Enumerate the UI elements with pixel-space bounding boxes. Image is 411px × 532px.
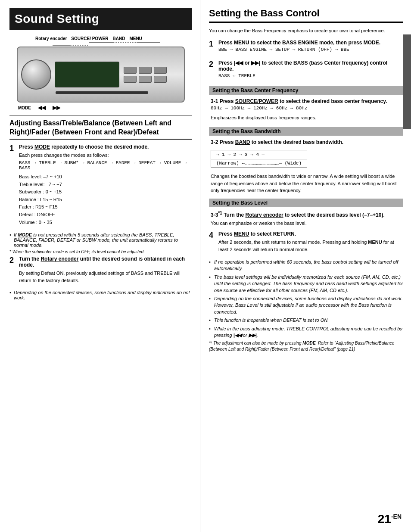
label-next: ▶▶ xyxy=(53,105,60,111)
right-step3c: 3-3*1 Turn the Rotary encoder to select … xyxy=(209,211,403,227)
left-step1-levels: Bass level: –7 ~ +10 Treble level: –7 ~ … xyxy=(19,173,192,226)
right-step3c-body: You can emphasize or weaken the bass lev… xyxy=(211,220,403,227)
right-step4: 4 Press MENU to select RETURN. After 2 s… xyxy=(209,231,403,255)
label-source: SOURCE/ POWER xyxy=(71,36,108,41)
right-step4-body: After 2 seconds, the unit returns to nor… xyxy=(218,239,403,253)
left-step1-body: Each press changes the modes as follows: xyxy=(19,152,192,159)
device-area: Rotary encoder SOURCE/ POWER BAND MENU xyxy=(9,36,192,111)
right-step1: 1 Press MENU to select the BASS ENGINE m… xyxy=(209,40,403,56)
right-step1-title: Press MENU to select the BASS ENGINE mod… xyxy=(218,40,403,46)
page-number: 21-EN xyxy=(378,512,402,526)
right-step2-seq: BASS ↔ TREBLE xyxy=(218,73,403,78)
label-prev: ◀◀ xyxy=(38,105,46,111)
right-step3a-body: Emphasizes the displayed bass frequency … xyxy=(211,114,403,121)
bullet-3: Depending on the connected devices, some… xyxy=(209,296,403,315)
right-step2: 2 Press |◀◀ or ▶▶| to select the BASS (b… xyxy=(209,60,403,82)
bandwidth-diagram: → 1 → 2 → 3 → 4 — (Narrow) ←………………………………… xyxy=(211,150,307,168)
right-step3a-title: 3-1 Press SOURCE/POWER to select the des… xyxy=(211,98,403,104)
subsec2-title: Setting the Bass Bandwidth xyxy=(209,127,403,136)
label-band: BAND xyxy=(112,36,125,41)
left-section-title: Adjusting Bass/Treble/Balance (Between L… xyxy=(9,119,192,140)
right-step2-title: Press |◀◀ or ▶▶| to select the BASS (bas… xyxy=(218,60,403,72)
side-tab xyxy=(403,34,411,129)
right-step3b-title: 3-2 Press BAND to select the desired bas… xyxy=(211,139,403,145)
left-title: Sound Setting xyxy=(9,8,192,30)
right-footnote: *¹ The adjustment can also be made by pr… xyxy=(209,340,403,352)
label-mode: MODE xyxy=(18,106,31,110)
right-step3b: 3-2 Press BAND to select the desired bas… xyxy=(209,139,403,194)
right-column: Setting the Bass Control You can change … xyxy=(200,0,411,532)
bullet-4: This function is inoperable when DEFEAT … xyxy=(209,317,403,324)
bullet-2: The bass level settings will be individu… xyxy=(209,274,403,294)
right-step4-title: Press MENU to select RETURN. xyxy=(218,231,403,237)
right-step3c-title: 3-3*1 Turn the Rotary encoder to select … xyxy=(211,211,403,218)
left-column: Sound Setting Rotary encoder SOURCE/ POW… xyxy=(0,0,200,532)
left-step1-title: Press MODE repeatedly to choose the desi… xyxy=(19,144,192,150)
right-step3b-body: Changes the boosted bass bandwidth to wi… xyxy=(211,173,403,194)
right-title: Setting the Bass Control xyxy=(209,8,403,23)
bullet-1: If no operation is performed within 60 s… xyxy=(209,259,403,272)
right-intro: You can change the Bass Frequency emphas… xyxy=(209,27,403,34)
right-step1-seq: BBE → BASS ENGINE → SETUP → RETURN (OFF)… xyxy=(218,47,403,52)
page: Sound Setting Rotary encoder SOURCE/ POW… xyxy=(0,0,411,532)
left-step1-footnote: * When the subwoofer mode is set to OFF,… xyxy=(9,249,192,254)
subsec3-title: Setting the Bass Level xyxy=(209,199,403,207)
right-step3a: 3-1 Press SOURCE/POWER to select the des… xyxy=(209,98,403,123)
right-bullets: If no operation is performed within 60 s… xyxy=(209,259,403,339)
left-step1-note: If MODE is not pressed within 5 seconds … xyxy=(9,232,192,248)
left-step2-title: Turn the Rotary encoder until the desire… xyxy=(19,256,192,268)
bullet-5: While in the bass adjusting mode, TREBLE… xyxy=(209,326,403,339)
left-step1-sequence: BASS → TREBLE → SUBW* → BALANCE → FADER … xyxy=(19,160,192,171)
left-step2: 2 Turn the Rotary encoder until the desi… xyxy=(9,256,192,286)
subsec1-title: Setting the Bass Center Frequency xyxy=(209,86,403,95)
label-rotary: Rotary encoder xyxy=(35,36,67,41)
right-step3a-seq: 80Hz → 100Hz → 120Hz → 60Hz → 80Hz xyxy=(211,106,403,111)
left-step2-body: By setting Defeat ON, previously adjuste… xyxy=(19,270,192,284)
label-menu: MENU xyxy=(129,36,142,41)
left-step1: 1 Press MODE repeatedly to choose the de… xyxy=(9,144,192,228)
left-step2-note: Depending on the connected devices, some… xyxy=(9,290,192,300)
